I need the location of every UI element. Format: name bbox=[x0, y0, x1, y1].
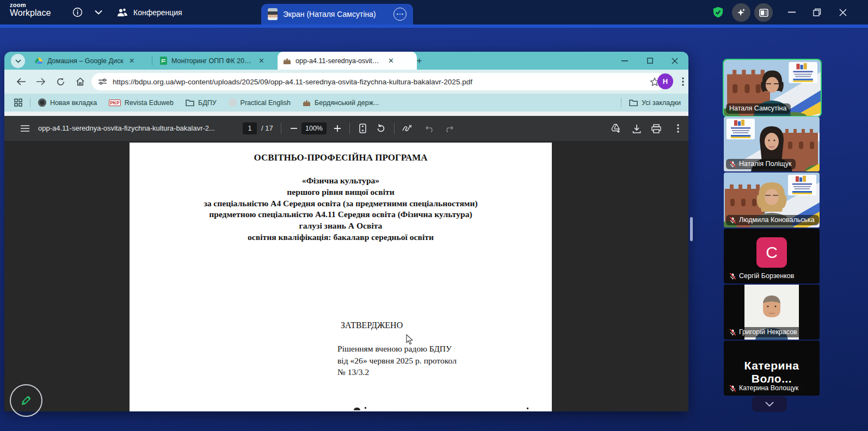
chrome-window: Домашня – Google Диск ✕ Моніторинг ОПП Ф… bbox=[4, 52, 688, 411]
bookmark-bdpu-folder[interactable]: БДПУ bbox=[186, 99, 217, 107]
tab-options-icon[interactable] bbox=[393, 8, 407, 21]
tab-screen-label: Экран (Наталя Самсутіна) bbox=[283, 10, 376, 19]
browser-minimize-icon[interactable] bbox=[613, 52, 637, 70]
zoom-level-input[interactable]: 100% bbox=[301, 122, 327, 134]
participant-big-name: Катерина Воло... bbox=[724, 359, 820, 385]
scroll-indicator[interactable] bbox=[690, 217, 693, 241]
screen: zoom Workplace Конференция Экран (Наталя… bbox=[0, 0, 868, 431]
pdf-page: ОСВІТНЬО-ПРОФЕСІЙНА ПРОГРАМА «Фізична ку… bbox=[130, 143, 552, 411]
url-text[interactable]: https://bdpu.org.ua/wp-content/uploads/2… bbox=[113, 78, 644, 86]
close-tab-icon[interactable]: ✕ bbox=[258, 57, 264, 65]
folder-icon bbox=[186, 99, 194, 106]
page-number-input[interactable]: 1 bbox=[243, 122, 257, 134]
zoom-out-icon[interactable] bbox=[287, 122, 300, 135]
people-icon bbox=[117, 8, 128, 17]
participant-tile-samsutina[interactable]: Наталя Самсутіна bbox=[723, 59, 822, 117]
tab-divider bbox=[152, 56, 152, 65]
mic-muted-icon bbox=[729, 273, 736, 280]
mic-muted-icon bbox=[729, 161, 736, 168]
google-drive-icon bbox=[35, 57, 43, 64]
folder-icon bbox=[629, 99, 638, 106]
zoom-titlebar: zoom Workplace Конференция Экран (Наталя… bbox=[0, 0, 868, 24]
page-count-label: / 17 bbox=[261, 124, 273, 132]
home-icon[interactable] bbox=[72, 73, 88, 90]
close-tab-icon[interactable]: ✕ bbox=[388, 57, 394, 65]
pkp-icon: PKP bbox=[109, 100, 120, 106]
pdf-content-area[interactable]: ОСВІТНЬО-ПРОФЕСІЙНА ПРОГРАМА «Фізична ку… bbox=[4, 141, 688, 411]
tab-screen-share[interactable]: Экран (Наталя Самсутіна) bbox=[261, 4, 413, 24]
print-icon[interactable] bbox=[650, 122, 663, 135]
tab-search-chevron-icon[interactable] bbox=[11, 54, 25, 68]
mic-muted-icon bbox=[729, 329, 736, 336]
clipped-text-fragment bbox=[354, 408, 360, 410]
browser-maximize-icon[interactable] bbox=[638, 52, 662, 70]
rotate-icon[interactable] bbox=[374, 122, 387, 135]
ai-companion-icon[interactable] bbox=[732, 3, 750, 22]
chrome-tabstrip: Домашня – Google Диск ✕ Моніторинг ОПП Ф… bbox=[4, 52, 688, 70]
bdpu-favicon bbox=[283, 58, 291, 64]
address-bar[interactable]: https://bdpu.org.ua/wp-content/uploads/2… bbox=[91, 73, 666, 90]
browser-tab-sheets[interactable]: Моніторинг ОПП ФК 2026 (Від ✕ bbox=[155, 52, 285, 70]
minimize-window-icon[interactable] bbox=[788, 0, 796, 24]
participants-collapse-button[interactable] bbox=[752, 396, 787, 412]
forward-icon[interactable] bbox=[33, 73, 49, 90]
tab-conference[interactable]: Конференция bbox=[117, 0, 182, 24]
mouse-cursor bbox=[406, 334, 414, 345]
bookmark-favicon bbox=[229, 98, 237, 107]
participant-tile-konovalska[interactable]: Людмила Коновальська bbox=[724, 173, 820, 227]
zoom-in-icon[interactable] bbox=[331, 122, 344, 135]
browser-tab-pdf-active[interactable]: opp-a4.11-serednya-osvita-fizy ✕ bbox=[278, 52, 417, 70]
approval-block: Рішенням вченою радою БДПУ від «26» черв… bbox=[337, 343, 457, 378]
browser-menu-icon[interactable] bbox=[675, 73, 691, 90]
back-icon[interactable] bbox=[13, 73, 29, 90]
pdf-toolbar: opp-a4.11-serednya-osvita-fizychna-kultu… bbox=[4, 116, 688, 141]
participant-initial-avatar: C bbox=[756, 237, 787, 268]
bookmarks-divider bbox=[621, 98, 621, 107]
participant-name-label: Людмила Коновальська bbox=[726, 215, 819, 225]
apps-grid-icon[interactable] bbox=[14, 98, 22, 107]
pdf-more-icon[interactable] bbox=[672, 122, 685, 135]
layout-view-icon[interactable] bbox=[754, 3, 773, 22]
info-icon[interactable] bbox=[72, 0, 83, 24]
reload-icon[interactable] bbox=[52, 73, 69, 90]
bookmarks-divider bbox=[30, 98, 30, 107]
download-icon[interactable] bbox=[630, 122, 643, 135]
participant-tile-nekrasov[interactable]: Григорій Некрасов bbox=[724, 285, 820, 340]
close-tab-icon[interactable]: ✕ bbox=[129, 57, 135, 65]
pdf-filename: opp-a4.11-serednya-osvita-fizychna-kultu… bbox=[38, 124, 215, 132]
save-to-drive-icon[interactable] bbox=[610, 122, 623, 135]
pdf-menu-icon[interactable] bbox=[19, 122, 32, 135]
annotation-pencil-button[interactable] bbox=[10, 384, 42, 417]
security-shield-icon[interactable] bbox=[712, 0, 724, 24]
fit-page-icon[interactable] bbox=[356, 122, 369, 135]
bookmark-berdyansk[interactable]: Бердянський держ... bbox=[303, 99, 379, 107]
document-title: ОСВІТНЬО-ПРОФЕСІЙНА ПРОГРАМА bbox=[130, 152, 552, 163]
participant-name-label: Наталя Самсутіна bbox=[726, 103, 791, 114]
bookmark-practical-english[interactable]: Practical English bbox=[229, 98, 291, 107]
document-subtitle: «Фізична культура» першого рівня вищої о… bbox=[130, 175, 552, 243]
chevron-down-icon[interactable] bbox=[95, 0, 102, 24]
participant-tile-borzenkov[interactable]: C Сергій Борзенков bbox=[724, 229, 820, 284]
all-bookmarks[interactable]: Усі закладки bbox=[629, 99, 681, 107]
participant-name-label: Наталія Поліщук bbox=[726, 159, 796, 169]
approved-heading: ЗАТВЕРДЖЕНО bbox=[341, 321, 403, 330]
participant-name-label: Сергій Борзенков bbox=[726, 271, 798, 281]
participant-name-label: Катерина Волощук bbox=[726, 383, 803, 393]
participant-tile-voloshchuk[interactable]: Катерина Воло... Катерина Волощук bbox=[724, 341, 820, 396]
redo-icon[interactable] bbox=[442, 122, 455, 135]
browser-tab-drive[interactable]: Домашня – Google Диск ✕ bbox=[29, 52, 160, 70]
tab-title: opp-a4.11-serednya-osvita-fizy bbox=[296, 57, 383, 65]
bookmark-new-tab[interactable]: Новая вкладка bbox=[38, 98, 97, 107]
participant-tile-polishchuk[interactable]: Наталія Поліщук bbox=[724, 116, 820, 171]
tab-title: Моніторинг ОПП ФК 2026 (Від bbox=[171, 57, 253, 65]
undo-icon[interactable] bbox=[423, 122, 436, 135]
close-window-icon[interactable] bbox=[839, 0, 847, 24]
restore-window-icon[interactable] bbox=[813, 0, 821, 24]
bookmark-revista-eduweb[interactable]: PKP Revista Eduweb bbox=[109, 99, 174, 107]
site-settings-icon[interactable] bbox=[98, 78, 107, 85]
profile-avatar[interactable]: H bbox=[657, 73, 673, 89]
castle-favicon bbox=[303, 100, 311, 106]
annotate-icon[interactable] bbox=[401, 122, 414, 135]
browser-close-icon[interactable] bbox=[663, 52, 687, 70]
new-tab-icon[interactable]: + bbox=[414, 55, 425, 66]
